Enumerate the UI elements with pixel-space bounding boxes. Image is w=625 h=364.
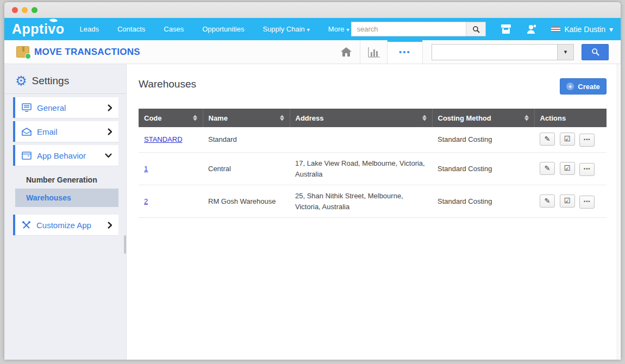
chevron-right-icon (108, 128, 112, 135)
user-name: Katie Dustin (564, 25, 605, 34)
warehouse-name: Central (203, 153, 290, 185)
topbar-right: Katie Dustin ▾ (351, 22, 613, 36)
sort-icon[interactable] (280, 115, 284, 121)
global-search-input[interactable] (351, 22, 466, 36)
warehouse-name: Standard (203, 127, 290, 153)
filter-select-value[interactable] (432, 44, 558, 60)
window-titlebar (4, 2, 621, 18)
nav-item-contacts[interactable]: Contacts (117, 25, 145, 33)
search-icon (472, 26, 480, 33)
more-actions-button[interactable]: ••• (579, 134, 595, 147)
move-transactions-app-icon (16, 46, 29, 58)
create-button-label: Create (578, 83, 599, 91)
sidebar-item-app-behavior[interactable]: App Behavior (13, 145, 118, 166)
warehouse-costing-method: Standard Costing (432, 185, 534, 218)
apptivo-logo[interactable]: Apptivo (12, 21, 65, 37)
more-actions-button[interactable]: ••• (579, 196, 595, 209)
nav-item-opportunities[interactable]: Opportunities (202, 25, 244, 33)
edit-button[interactable]: ✎ (540, 162, 555, 175)
nav-item-leads[interactable]: Leads (80, 25, 99, 33)
nav-item-more[interactable]: More▾ (328, 25, 349, 33)
warehouse-code-link[interactable]: STANDARD (144, 135, 183, 143)
edit-button[interactable]: ✎ (540, 133, 555, 146)
more-tools-tab[interactable]: ••• (387, 40, 423, 64)
app-store-button[interactable] (500, 24, 512, 34)
sidebar-item-general[interactable]: General (13, 97, 118, 118)
warehouse-address: 25, Shan Nithik Street, Melbourne, Victo… (290, 185, 432, 218)
warehouses-table: Code Name Address Costing Method Actions… (139, 109, 607, 218)
tasks-button[interactable]: ☑ (560, 133, 575, 146)
chevron-down-icon: ▾ (609, 25, 613, 34)
person-icon (526, 24, 537, 35)
tasks-button[interactable]: ☑ (560, 162, 575, 175)
chevron-right-icon (108, 104, 112, 111)
sidebar-section-number-generation[interactable]: Number Generation (26, 175, 126, 184)
settings-header: ⚙ Settings (4, 73, 126, 94)
warehouse-address (290, 127, 432, 153)
user-menu[interactable]: Katie Dustin ▾ (551, 25, 613, 34)
sidebar-item-label: Customize App (36, 221, 91, 230)
warehouse-code-link[interactable]: 2 (144, 197, 148, 205)
main-content: Warehouses + Create Code Name Address Co… (127, 64, 621, 360)
main-scrollbar[interactable] (616, 64, 620, 360)
sort-icon[interactable] (422, 115, 427, 121)
global-search-button[interactable] (466, 22, 486, 36)
sidebar-item-email[interactable]: Email (13, 121, 118, 142)
chevron-down-icon (105, 153, 112, 158)
ellipsis-icon: ••• (584, 198, 590, 206)
check-square-icon: ☑ (564, 196, 571, 206)
tasks-button[interactable]: ☑ (560, 194, 575, 208)
column-header-code[interactable]: Code (139, 109, 203, 127)
home-icon (340, 47, 352, 57)
filter-select-caret-button[interactable]: ▾ (558, 44, 574, 60)
row-actions: ✎ ☑ ••• (534, 185, 607, 218)
row-actions: ✎ ☑ ••• (534, 127, 607, 153)
edit-button[interactable]: ✎ (540, 194, 555, 208)
window-minimize-button[interactable] (22, 7, 28, 13)
chevron-right-icon (108, 222, 112, 229)
bar-chart-icon (367, 47, 380, 58)
gear-icon: ⚙ (15, 75, 27, 87)
main-header: Warehouses + Create (139, 78, 607, 95)
app-icon-badge (25, 53, 31, 59)
search-icon (591, 48, 599, 56)
settings-title: Settings (32, 75, 70, 87)
more-actions-button[interactable]: ••• (579, 163, 595, 176)
sidebar-item-customize-app[interactable]: Customize App (13, 215, 118, 235)
sort-icon[interactable] (524, 115, 529, 121)
filter-search-button[interactable] (582, 44, 609, 60)
main-nav: Leads Contacts Cases Opportunities Suppl… (80, 25, 349, 33)
global-search (351, 22, 486, 36)
column-header-address[interactable]: Address (290, 109, 432, 127)
sidebar-scrollbar-thumb[interactable] (124, 235, 126, 254)
column-header-name[interactable]: Name (203, 109, 290, 127)
home-button[interactable] (333, 40, 360, 64)
warehouse-code-link[interactable]: 1 (144, 165, 148, 173)
create-button[interactable]: + Create (560, 78, 607, 95)
reports-button[interactable] (360, 40, 387, 64)
warehouse-name: RM Gosh Warehouse (203, 185, 290, 218)
user-activity-button[interactable] (526, 24, 537, 35)
plus-icon: + (566, 83, 574, 90)
ellipsis-icon: ••• (399, 49, 411, 55)
page-title: Warehouses (139, 78, 196, 90)
apptivo-logo-text: Apptivo (12, 21, 65, 36)
warehouse-costing-method: Standard Costing (432, 153, 534, 185)
chevron-down-icon: ▾ (564, 48, 567, 55)
top-navbar: Apptivo Leads Contacts Cases Opportuniti… (4, 18, 621, 40)
chevron-down-icon: ▾ (346, 27, 349, 33)
chevron-down-icon: ▾ (307, 27, 310, 33)
sidebar-item-label: General (37, 103, 66, 112)
wrench-icon (22, 221, 31, 230)
column-header-actions: Actions (534, 109, 607, 127)
window-zoom-button[interactable] (32, 7, 38, 13)
sort-icon[interactable] (193, 115, 197, 121)
column-header-costing-method[interactable]: Costing Method (432, 109, 534, 127)
nav-item-cases[interactable]: Cases (164, 25, 184, 33)
window-close-button[interactable] (12, 7, 18, 13)
ellipsis-icon: ••• (584, 136, 590, 144)
flag-icon (551, 27, 560, 32)
sidebar-item-warehouses-selected[interactable]: Warehouses (15, 189, 118, 207)
nav-item-supply-chain[interactable]: Supply Chain▾ (262, 25, 309, 33)
app-title: MOVE TRANSACTIONS (34, 47, 140, 58)
